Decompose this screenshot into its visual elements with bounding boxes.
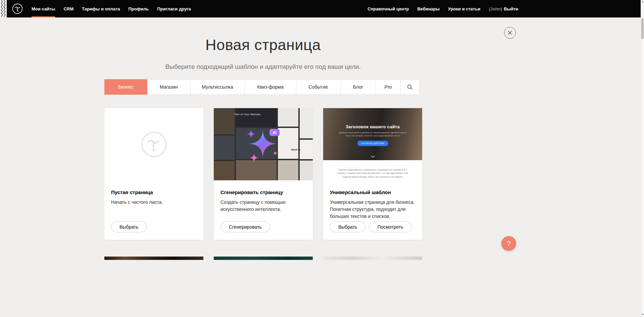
top-nav-content: Мои сайты CRM Тарифы и оплата Профиль Пр… [0, 0, 526, 17]
app-root: Мои сайты CRM Тарифы и оплата Профиль Пр… [0, 0, 644, 317]
page-subtitle: Выберите подходящий шаблон и адаптируйте… [0, 63, 526, 71]
universal-template-preview: Заголовок вашего сайта Добавьте интересн… [323, 108, 422, 183]
ai-badge: AI [269, 129, 280, 136]
template-body-text: Коротко представьтесь и расскажите о ком… [334, 168, 411, 179]
tab-multilink[interactable]: Мультиссылка [190, 79, 245, 95]
account-area: (John) Выйти [489, 0, 518, 17]
help-button[interactable]: ? [501, 236, 516, 251]
card-description: Создать страницу с помощью искусственног… [220, 199, 306, 213]
template-body: Коротко представьтесь и расскажите о ком… [323, 160, 422, 183]
card-info: Универсальный шаблон Универсальная стран… [323, 183, 422, 220]
template-hero-title: Заголовок вашего сайта [323, 124, 422, 129]
nav-item-crm[interactable]: CRM [63, 0, 73, 17]
ai-sparkle-icon [214, 108, 313, 180]
card-actions: Сгенерировать [220, 221, 270, 232]
tab-event[interactable]: Событие [296, 79, 341, 95]
scrollbar-up-arrow[interactable]: ▲ [641, 0, 644, 3]
top-nav-bar: Мои сайты CRM Тарифы и оплата Профиль Пр… [0, 0, 644, 17]
tab-business[interactable]: Бизнес [104, 79, 147, 95]
template-card-universal: Заголовок вашего сайта Добавьте интересн… [323, 108, 422, 240]
choose-blank-button[interactable]: Выбрать [111, 221, 147, 232]
close-button[interactable] [504, 27, 516, 39]
question-icon: ? [507, 239, 511, 247]
template-hero: Заголовок вашего сайта Добавьте интересн… [323, 108, 422, 160]
blank-preview [104, 108, 203, 180]
template-card-ai-generate: Title of Your Website About us [214, 108, 313, 240]
nav-item-my-sites[interactable]: Мои сайты [32, 0, 55, 17]
secondary-nav: Справочный центр Вебинары Уроки и статьи… [359, 0, 518, 17]
preview-universal-button[interactable]: Посмотреть [369, 221, 411, 232]
next-row-card-preview[interactable] [323, 257, 422, 260]
nav-item-help-center[interactable]: Справочный центр [367, 0, 409, 17]
tab-blog[interactable]: Блог [340, 79, 376, 95]
nav-item-tariffs[interactable]: Тарифы и оплата [82, 0, 120, 17]
nav-item-webinars[interactable]: Вебинары [417, 0, 440, 17]
card-info: Сгенерировать страницу Создать страницу … [214, 180, 313, 213]
template-card-blank: Пустая страница Начать с чистого листа. … [104, 108, 203, 240]
nav-item-profile[interactable]: Профиль [128, 0, 149, 17]
card-title: Универсальный шаблон [330, 189, 415, 195]
scrollbar-down-arrow[interactable]: ▼ [641, 313, 644, 316]
logout-button[interactable]: Выйти [504, 6, 518, 11]
user-name: (John) [489, 6, 502, 11]
scrollbar-thumb[interactable] [641, 18, 644, 39]
template-category-tabs: Бизнес Магазин Мультиссылка Квиз-форма С… [104, 79, 419, 95]
card-title: Сгенерировать страницу [220, 189, 306, 195]
ai-collage-preview: Title of Your Website About us [214, 108, 313, 180]
tilda-watermark-icon [141, 131, 167, 158]
scrollbar[interactable]: ▲ ▼ [641, 0, 644, 317]
card-actions: Выбрать Посмотреть [330, 221, 412, 232]
choose-universal-button[interactable]: Выбрать [330, 221, 365, 232]
next-row-card-preview[interactable] [104, 257, 203, 260]
nav-item-lessons[interactable]: Уроки и статьи [448, 0, 480, 17]
template-cards-row: Пустая страница Начать с чистого листа. … [104, 108, 422, 240]
generate-button[interactable]: Сгенерировать [220, 221, 270, 232]
card-title: Пустая страница [111, 189, 197, 195]
chevron-down-icon [371, 155, 375, 158]
tilda-logo[interactable] [12, 3, 23, 14]
template-cards-next-row [104, 257, 422, 260]
close-icon [508, 31, 512, 35]
next-row-card-preview[interactable] [214, 257, 313, 260]
nav-item-invite-friend[interactable]: Пригласи друга [157, 0, 191, 17]
zigzag-decoration [0, 0, 7, 17]
page-title: Новая страница [0, 36, 526, 54]
search-icon [407, 84, 413, 90]
tab-pro[interactable]: Pro [376, 79, 401, 95]
card-description: Универсальная страница для бизнеса. Поня… [330, 199, 415, 220]
template-hero-text: Добавьте интересные подробности о вашей … [337, 131, 408, 138]
card-description: Начать с чистого листа. [111, 199, 197, 206]
card-info: Пустая страница Начать с чистого листа. [104, 180, 203, 206]
tab-shop[interactable]: Магазин [147, 79, 191, 95]
card-actions: Выбрать [111, 221, 147, 232]
template-hero-button: основное действие [357, 141, 388, 146]
main-nav: Мои сайты CRM Тарифы и оплата Профиль Пр… [32, 0, 199, 17]
tab-search[interactable] [400, 79, 419, 95]
tab-quiz-form[interactable]: Квиз-форма [244, 79, 296, 95]
